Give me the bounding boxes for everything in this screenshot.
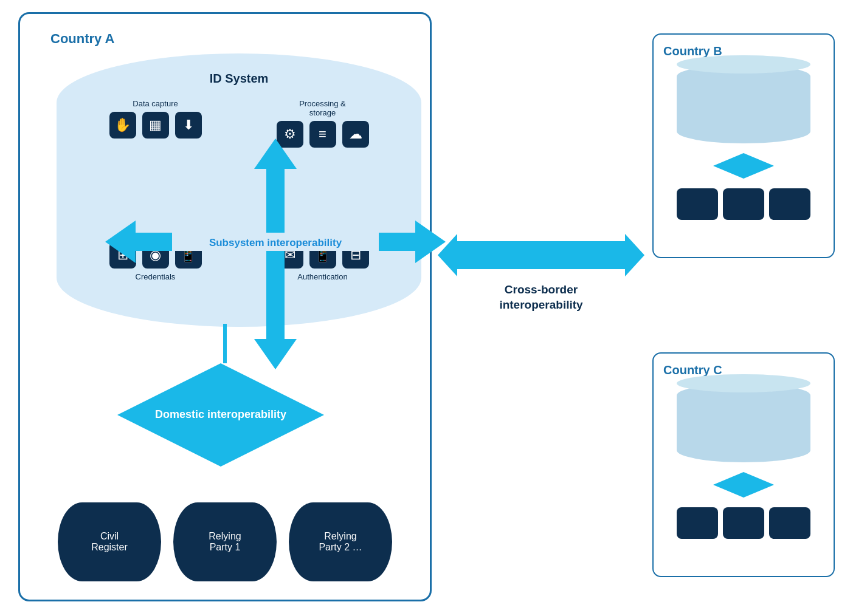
arrow-body — [456, 241, 626, 269]
authentication-label: Authentication — [297, 272, 347, 281]
country-b-diamond — [713, 153, 774, 179]
country-c-diamond — [713, 472, 774, 498]
authentication-icons: ✉ 📱 ⊟ — [277, 242, 369, 269]
country-b-box-2 — [723, 188, 764, 220]
civil-register-box: CivilRegister — [58, 502, 161, 581]
country-b-small-boxes — [677, 188, 810, 220]
barcode-icon: ▦ — [142, 112, 169, 139]
country-b-inner — [663, 64, 824, 220]
database-icon: ≡ — [309, 121, 336, 148]
data-capture-group: Data capture ✋ ▦ ⬇ — [75, 99, 236, 148]
country-c-small-boxes — [677, 507, 810, 539]
country-a-box: Country A ID System Data capture ✋ ▦ ⬇ P… — [18, 12, 432, 601]
country-c-box: Country C — [652, 352, 835, 577]
mobile-id-icon: 📱 — [175, 242, 202, 269]
country-b-cylinder — [677, 64, 810, 143]
processing-storage-group: Processing &storage ⚙ ≡ ☁ — [242, 99, 403, 148]
country-c-box-2 — [723, 507, 764, 539]
credentials-group: ⊞ ◉ 📱 Credentials — [75, 242, 236, 285]
relying-party-2-box: RelyingParty 2 … — [289, 502, 392, 581]
credentials-icons: ⊞ ◉ 📱 — [109, 242, 202, 269]
data-capture-icons: ✋ ▦ ⬇ — [109, 112, 202, 139]
token-icon: ⊟ — [342, 242, 369, 269]
id-system-label: ID System — [210, 72, 269, 86]
cloud-icon: ☁ — [342, 121, 369, 148]
fingerprint-icon: ◉ — [142, 242, 169, 269]
download-icon: ⬇ — [175, 112, 202, 139]
country-b-box: Country B — [652, 33, 835, 258]
country-b-box-3 — [769, 188, 810, 220]
domestic-label: Domestic interoperability — [155, 408, 286, 422]
relying-boxes: CivilRegister RelyingParty 1 RelyingPart… — [44, 502, 406, 581]
country-c-diamond-wrapper — [707, 470, 780, 500]
country-c-cylinder — [677, 383, 810, 462]
country-c-box-3 — [769, 507, 810, 539]
cross-border-label: Cross-borderinteroperability — [499, 282, 582, 312]
authentication-group: ✉ 📱 ⊟ Authentication — [242, 242, 403, 285]
gear-icon: ⚙ — [277, 121, 303, 148]
phone-icon: 📱 — [309, 242, 336, 269]
icons-grid: Data capture ✋ ▦ ⬇ Processing &storage ⚙… — [75, 99, 403, 148]
credentials-label: Credentials — [136, 272, 176, 281]
processing-icons: ⚙ ≡ ☁ — [277, 121, 369, 148]
relying-party-1-box: RelyingParty 1 — [173, 502, 277, 581]
civil-register-label: CivilRegister — [91, 531, 128, 553]
country-b-diamond-wrapper — [707, 151, 780, 181]
data-capture-label: Data capture — [133, 99, 178, 108]
mail-icon: ✉ — [277, 242, 303, 269]
country-a-label: Country A — [50, 31, 115, 47]
country-c-box-1 — [677, 507, 718, 539]
country-c-inner — [663, 383, 824, 539]
bottom-icons-grid: ⊞ ◉ 📱 Credentials ✉ 📱 ⊟ Authentication — [75, 242, 403, 285]
relying-party-1-label: RelyingParty 1 — [209, 531, 241, 553]
country-b-box-1 — [677, 188, 718, 220]
relying-party-2-label: RelyingParty 2 … — [319, 531, 362, 553]
cross-border-area: Cross-borderinteroperability — [438, 219, 644, 328]
cross-border-arrow — [444, 234, 638, 276]
processing-storage-label: Processing &storage — [299, 99, 346, 117]
touch-icon: ✋ — [109, 112, 136, 139]
diagram-container: Country A ID System Data capture ✋ ▦ ⬇ P… — [0, 0, 853, 616]
id-system-area: ID System Data capture ✋ ▦ ⬇ Processing … — [57, 53, 421, 327]
card-icon: ⊞ — [109, 242, 136, 269]
domestic-diamond-wrapper: Domestic interoperability — [81, 354, 361, 476]
